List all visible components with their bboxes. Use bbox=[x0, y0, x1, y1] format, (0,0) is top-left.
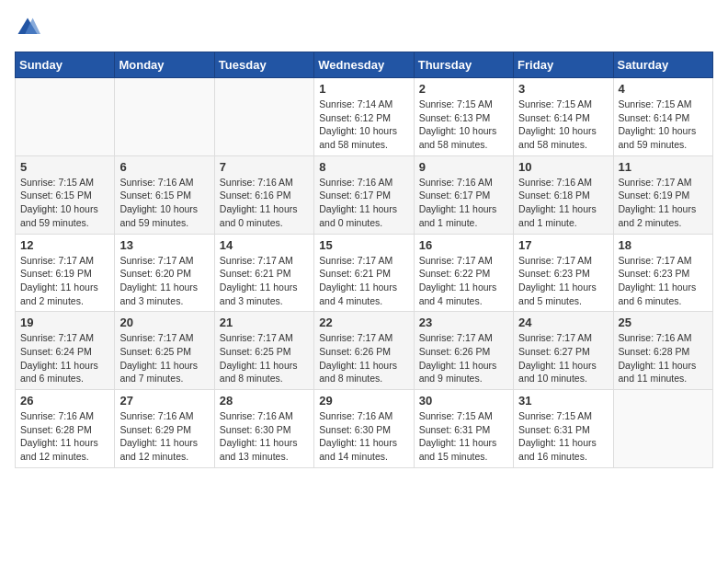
calendar-cell: 29Sunrise: 7:16 AMSunset: 6:30 PMDayligh… bbox=[314, 390, 414, 468]
calendar-cell: 27Sunrise: 7:16 AMSunset: 6:29 PMDayligh… bbox=[115, 390, 214, 468]
calendar-cell: 21Sunrise: 7:17 AMSunset: 6:25 PMDayligh… bbox=[214, 312, 313, 390]
day-number: 17 bbox=[518, 238, 608, 252]
calendar-cell: 9Sunrise: 7:16 AMSunset: 6:17 PMDaylight… bbox=[414, 155, 513, 234]
calendar-cell: 8Sunrise: 7:16 AMSunset: 6:17 PMDaylight… bbox=[314, 155, 414, 234]
day-info: Sunrise: 7:16 AMSunset: 6:15 PMDaylight:… bbox=[119, 176, 209, 230]
day-number: 15 bbox=[319, 238, 408, 252]
col-header-saturday: Saturday bbox=[613, 52, 712, 78]
day-number: 2 bbox=[419, 82, 508, 96]
calendar-cell: 18Sunrise: 7:17 AMSunset: 6:23 PMDayligh… bbox=[613, 234, 712, 312]
day-number: 21 bbox=[220, 316, 309, 329]
calendar-cell bbox=[613, 390, 712, 468]
calendar-cell: 14Sunrise: 7:17 AMSunset: 6:21 PMDayligh… bbox=[214, 234, 313, 312]
day-info: Sunrise: 7:16 AMSunset: 6:28 PMDaylight:… bbox=[619, 331, 708, 385]
day-info: Sunrise: 7:16 AMSunset: 6:17 PMDaylight:… bbox=[319, 176, 408, 230]
calendar-cell: 13Sunrise: 7:17 AMSunset: 6:20 PMDayligh… bbox=[115, 234, 214, 312]
day-info: Sunrise: 7:14 AMSunset: 6:12 PMDaylight:… bbox=[319, 98, 408, 152]
day-info: Sunrise: 7:16 AMSunset: 6:29 PMDaylight:… bbox=[119, 409, 209, 464]
day-info: Sunrise: 7:16 AMSunset: 6:16 PMDaylight:… bbox=[220, 176, 309, 230]
calendar-cell: 5Sunrise: 7:15 AMSunset: 6:15 PMDaylight… bbox=[16, 155, 115, 234]
calendar-header-row: SundayMondayTuesdayWednesdayThursdayFrid… bbox=[16, 52, 713, 78]
calendar-cell: 17Sunrise: 7:17 AMSunset: 6:23 PMDayligh… bbox=[514, 234, 613, 312]
calendar-cell: 30Sunrise: 7:15 AMSunset: 6:31 PMDayligh… bbox=[414, 390, 513, 468]
day-number: 31 bbox=[518, 394, 608, 408]
calendar-week-row: 5Sunrise: 7:15 AMSunset: 6:15 PMDaylight… bbox=[16, 155, 713, 234]
day-number: 22 bbox=[319, 316, 408, 329]
day-info: Sunrise: 7:17 AMSunset: 6:23 PMDaylight:… bbox=[619, 254, 708, 308]
calendar-cell: 6Sunrise: 7:16 AMSunset: 6:15 PMDaylight… bbox=[115, 155, 214, 234]
day-number: 4 bbox=[619, 82, 708, 96]
day-info: Sunrise: 7:16 AMSunset: 6:18 PMDaylight:… bbox=[518, 176, 608, 230]
day-number: 24 bbox=[518, 316, 608, 329]
day-info: Sunrise: 7:17 AMSunset: 6:21 PMDaylight:… bbox=[319, 254, 408, 308]
calendar-week-row: 1Sunrise: 7:14 AMSunset: 6:12 PMDaylight… bbox=[16, 78, 713, 156]
day-number: 7 bbox=[220, 160, 309, 174]
calendar-cell: 11Sunrise: 7:17 AMSunset: 6:19 PMDayligh… bbox=[613, 155, 712, 234]
calendar-cell bbox=[16, 78, 115, 156]
calendar-cell: 1Sunrise: 7:14 AMSunset: 6:12 PMDaylight… bbox=[314, 78, 414, 156]
day-info: Sunrise: 7:15 AMSunset: 6:15 PMDaylight:… bbox=[20, 176, 109, 230]
day-info: Sunrise: 7:16 AMSunset: 6:30 PMDaylight:… bbox=[220, 409, 309, 464]
calendar-cell: 7Sunrise: 7:16 AMSunset: 6:16 PMDaylight… bbox=[214, 155, 313, 234]
day-number: 18 bbox=[619, 238, 708, 252]
calendar-week-row: 19Sunrise: 7:17 AMSunset: 6:24 PMDayligh… bbox=[16, 312, 713, 390]
day-number: 13 bbox=[119, 238, 209, 252]
day-number: 6 bbox=[119, 160, 209, 174]
day-number: 26 bbox=[20, 394, 109, 408]
day-number: 25 bbox=[619, 316, 708, 329]
day-number: 12 bbox=[20, 238, 109, 252]
day-number: 16 bbox=[419, 238, 508, 252]
day-number: 30 bbox=[419, 394, 508, 408]
day-info: Sunrise: 7:17 AMSunset: 6:21 PMDaylight:… bbox=[220, 254, 309, 308]
day-number: 1 bbox=[319, 82, 408, 96]
day-number: 3 bbox=[518, 82, 608, 96]
calendar-cell: 12Sunrise: 7:17 AMSunset: 6:19 PMDayligh… bbox=[16, 234, 115, 312]
day-number: 28 bbox=[220, 394, 309, 408]
day-info: Sunrise: 7:15 AMSunset: 6:14 PMDaylight:… bbox=[518, 98, 608, 152]
calendar-cell: 4Sunrise: 7:15 AMSunset: 6:14 PMDaylight… bbox=[613, 78, 712, 156]
calendar-cell: 2Sunrise: 7:15 AMSunset: 6:13 PMDaylight… bbox=[414, 78, 513, 156]
day-info: Sunrise: 7:16 AMSunset: 6:28 PMDaylight:… bbox=[20, 409, 109, 464]
day-number: 5 bbox=[20, 160, 109, 174]
day-info: Sunrise: 7:15 AMSunset: 6:31 PMDaylight:… bbox=[419, 409, 508, 464]
day-info: Sunrise: 7:15 AMSunset: 6:31 PMDaylight:… bbox=[518, 409, 608, 464]
day-info: Sunrise: 7:17 AMSunset: 6:25 PMDaylight:… bbox=[220, 331, 309, 385]
day-info: Sunrise: 7:17 AMSunset: 6:23 PMDaylight:… bbox=[518, 254, 608, 308]
day-info: Sunrise: 7:16 AMSunset: 6:17 PMDaylight:… bbox=[419, 176, 508, 230]
calendar-cell: 28Sunrise: 7:16 AMSunset: 6:30 PMDayligh… bbox=[214, 390, 313, 468]
day-number: 20 bbox=[119, 316, 209, 329]
day-info: Sunrise: 7:17 AMSunset: 6:19 PMDaylight:… bbox=[619, 176, 708, 230]
day-number: 8 bbox=[319, 160, 408, 174]
calendar-cell: 24Sunrise: 7:17 AMSunset: 6:27 PMDayligh… bbox=[514, 312, 613, 390]
day-number: 10 bbox=[518, 160, 608, 174]
day-number: 23 bbox=[419, 316, 508, 329]
calendar-cell bbox=[115, 78, 214, 156]
page-header bbox=[15, 15, 713, 40]
col-header-friday: Friday bbox=[514, 52, 613, 78]
calendar-cell: 23Sunrise: 7:17 AMSunset: 6:26 PMDayligh… bbox=[414, 312, 513, 390]
calendar-cell: 26Sunrise: 7:16 AMSunset: 6:28 PMDayligh… bbox=[16, 390, 115, 468]
calendar-cell: 20Sunrise: 7:17 AMSunset: 6:25 PMDayligh… bbox=[115, 312, 214, 390]
day-number: 19 bbox=[20, 316, 109, 329]
calendar-week-row: 12Sunrise: 7:17 AMSunset: 6:19 PMDayligh… bbox=[16, 234, 713, 312]
day-number: 27 bbox=[119, 394, 209, 408]
day-info: Sunrise: 7:17 AMSunset: 6:26 PMDaylight:… bbox=[319, 331, 408, 385]
day-info: Sunrise: 7:17 AMSunset: 6:27 PMDaylight:… bbox=[518, 331, 608, 385]
calendar-cell: 25Sunrise: 7:16 AMSunset: 6:28 PMDayligh… bbox=[613, 312, 712, 390]
col-header-wednesday: Wednesday bbox=[314, 52, 414, 78]
day-info: Sunrise: 7:17 AMSunset: 6:20 PMDaylight:… bbox=[119, 254, 209, 308]
day-info: Sunrise: 7:17 AMSunset: 6:24 PMDaylight:… bbox=[20, 331, 109, 385]
col-header-tuesday: Tuesday bbox=[214, 52, 313, 78]
day-info: Sunrise: 7:16 AMSunset: 6:30 PMDaylight:… bbox=[319, 409, 408, 464]
calendar-cell: 10Sunrise: 7:16 AMSunset: 6:18 PMDayligh… bbox=[514, 155, 613, 234]
calendar-table: SundayMondayTuesdayWednesdayThursdayFrid… bbox=[15, 52, 713, 468]
day-number: 29 bbox=[319, 394, 408, 408]
day-info: Sunrise: 7:17 AMSunset: 6:25 PMDaylight:… bbox=[119, 331, 209, 385]
day-number: 9 bbox=[419, 160, 508, 174]
calendar-cell bbox=[214, 78, 313, 156]
col-header-sunday: Sunday bbox=[16, 52, 115, 78]
day-info: Sunrise: 7:15 AMSunset: 6:13 PMDaylight:… bbox=[419, 98, 508, 152]
day-info: Sunrise: 7:15 AMSunset: 6:14 PMDaylight:… bbox=[619, 98, 708, 152]
col-header-thursday: Thursday bbox=[414, 52, 513, 78]
day-number: 14 bbox=[220, 238, 309, 252]
